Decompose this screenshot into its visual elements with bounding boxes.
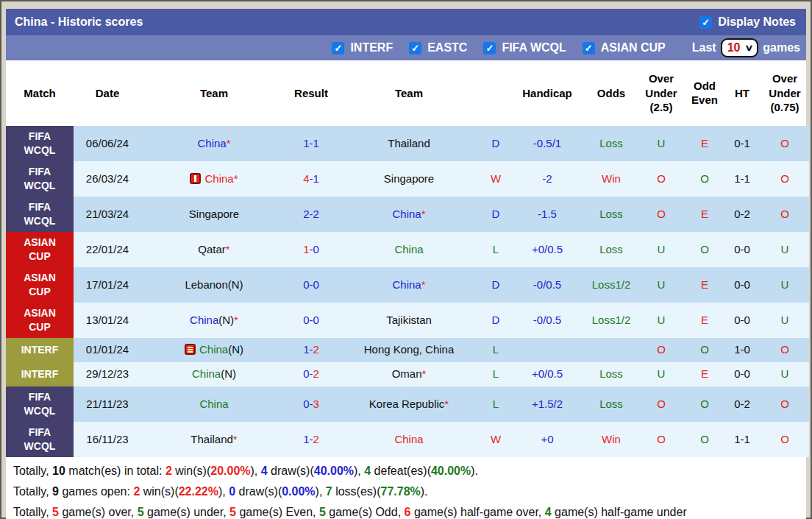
wdl-cell: W	[482, 161, 509, 197]
odd-even-cell: O	[685, 422, 724, 457]
away-team-cell: Tajikistan	[335, 303, 482, 338]
page-title: China - Historic scores	[15, 15, 143, 29]
away-team-cell: Singapore	[335, 161, 482, 197]
ht-cell: 0-0	[724, 303, 761, 338]
note-icon	[185, 344, 196, 355]
handicap-cell	[509, 338, 585, 362]
match-row: FIFA WCQL06/06/24China*1-1ThailandD-0.5/…	[6, 126, 809, 161]
handicap-cell: -1.5	[509, 197, 585, 232]
over-under-25-cell: U	[637, 126, 685, 161]
home-team-cell: China*	[141, 126, 287, 161]
over-under-075-cell: O	[761, 197, 809, 232]
wdl-cell: D	[482, 126, 509, 161]
table-area: Match Date Team Result Team Handicap Odd…	[6, 60, 806, 519]
handicap-cell: -0.5/1	[509, 126, 585, 161]
display-notes-checkbox[interactable]	[699, 16, 712, 29]
over-under-25-cell: O	[637, 161, 685, 197]
home-team-cell: China*	[141, 161, 287, 197]
filter-asian-cup-label: ASIAN CUP	[601, 41, 666, 54]
wdl-cell: L	[482, 362, 509, 386]
ht-cell: 1-0	[724, 338, 761, 362]
header-handicap: Handicap	[509, 60, 585, 126]
result-cell: 0-0	[287, 267, 335, 303]
over-under-25-cell: O	[637, 338, 685, 362]
filter-eastc-checkbox[interactable]	[409, 42, 421, 54]
competition-badge: FIFA WCQL	[6, 161, 74, 197]
over-under-075-cell: U	[761, 303, 809, 338]
games-count-value: 10	[727, 41, 741, 54]
away-team-cell: Korea Republic*	[335, 386, 482, 422]
match-row: FIFA WCQL26/03/24China*4-1SingaporeW-2Wi…	[6, 161, 809, 197]
games-count-select[interactable]: 10 ∨	[721, 38, 759, 57]
filter-interf: INTERF	[332, 41, 393, 54]
odds-cell: Loss1/2	[585, 267, 637, 303]
home-team-cell: China(N)	[141, 362, 287, 386]
handicap-cell: +0/0.5	[509, 232, 585, 267]
ht-cell: 0-0	[724, 267, 761, 303]
date-cell: 26/03/24	[74, 161, 141, 197]
handicap-cell: +0	[509, 422, 585, 457]
over-under-25-cell: U	[637, 362, 685, 386]
ht-cell: 0-2	[724, 197, 761, 232]
match-row: INTERF01/01/24China(N)1-2Hong Kong, Chin…	[6, 338, 809, 362]
over-under-075-cell: U	[761, 362, 809, 386]
odd-even-cell: E	[685, 303, 724, 338]
odd-even-cell: E	[685, 197, 724, 232]
away-team-cell: Thailand	[335, 126, 482, 161]
ht-cell: 0-1	[724, 126, 761, 161]
competition-badge: INTERF	[6, 338, 74, 362]
summary-line: Totally, 10 match(es) in total: 2 win(s)…	[13, 461, 799, 481]
odd-even-cell: O	[685, 161, 724, 197]
away-team-cell: China	[335, 232, 482, 267]
wdl-cell: D	[482, 267, 509, 303]
wdl-cell: D	[482, 303, 509, 338]
match-row: ASIAN CUP22/01/24Qatar*1-0ChinaL+0/0.5Lo…	[6, 232, 809, 267]
filter-eastc: EASTC	[409, 41, 467, 54]
odd-even-cell: E	[685, 126, 724, 161]
over-under-075-cell: O	[761, 422, 809, 457]
header-match: Match	[6, 60, 74, 126]
title-bar: China - Historic scores Display Notes	[6, 9, 806, 35]
date-cell: 01/01/24	[74, 338, 141, 362]
filter-fifa-wcql-checkbox[interactable]	[483, 42, 496, 54]
result-cell: 0-3	[287, 386, 335, 422]
home-team-cell: Lebanon(N)	[141, 267, 287, 303]
result-cell: 1-1	[287, 126, 335, 161]
header-over-under-075: Over Under (0.75)	[761, 60, 809, 126]
competition-badge: FIFA WCQL	[6, 386, 74, 422]
history-table: Match Date Team Result Team Handicap Odd…	[6, 60, 809, 457]
away-team-cell: China	[335, 422, 482, 457]
filter-asian-cup-checkbox[interactable]	[583, 42, 595, 54]
home-team-cell: Qatar*	[141, 232, 287, 267]
odds-cell: Win	[585, 161, 637, 197]
last-games-control: Last 10 ∨ games	[692, 38, 800, 57]
odds-cell: Loss	[585, 386, 637, 422]
odds-cell: Loss	[585, 362, 637, 386]
filter-fifa-wcql-label: FIFA WCQL	[502, 41, 566, 54]
handicap-cell: -2	[509, 161, 585, 197]
filter-eastc-label: EASTC	[427, 41, 467, 54]
away-team-cell: China*	[335, 197, 482, 232]
note-icon	[190, 173, 201, 184]
odds-cell	[585, 338, 637, 362]
wdl-cell: L	[482, 338, 509, 362]
home-team-cell: Thailand*	[141, 422, 287, 457]
over-under-25-cell: O	[637, 197, 685, 232]
over-under-25-cell: O	[637, 386, 685, 422]
result-cell: 1-2	[287, 422, 335, 457]
result-cell: 2-2	[287, 197, 335, 232]
competition-badge: ASIAN CUP	[6, 303, 74, 338]
odds-cell: Loss1/2	[585, 303, 637, 338]
filter-interf-checkbox[interactable]	[332, 42, 344, 54]
odds-cell: Loss	[585, 197, 637, 232]
filter-asian-cup: ASIAN CUP	[583, 41, 666, 54]
over-under-25-cell: U	[637, 267, 685, 303]
over-under-075-cell: U	[761, 267, 809, 303]
chevron-down-icon: ∨	[744, 43, 753, 53]
summary-line: Totally, 9 games open: 2 win(s)(22.22%),…	[13, 481, 799, 502]
match-row: ASIAN CUP13/01/24China(N)*0-0TajikistanD…	[6, 303, 809, 338]
over-under-25-cell: U	[637, 303, 685, 338]
handicap-cell: +1.5/2	[509, 386, 585, 422]
competition-badge: ASIAN CUP	[6, 267, 74, 303]
away-team-cell: China*	[335, 267, 482, 303]
